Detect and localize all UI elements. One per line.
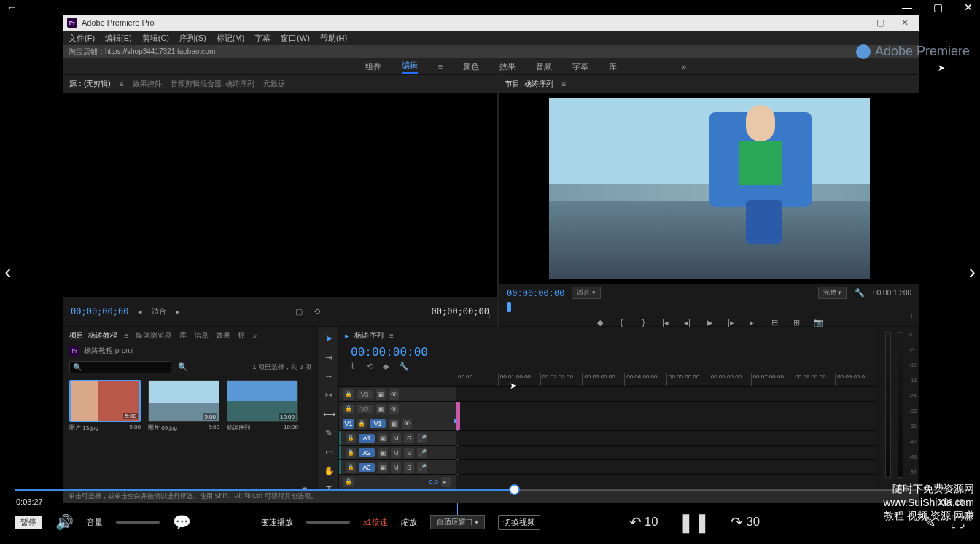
track-v2-toggle[interactable]: ▣ [376,404,386,414]
track-a3-solo[interactable]: S [404,462,414,473]
ws-more[interactable]: » [682,62,686,71]
volume-icon[interactable]: 🔊 [55,513,74,531]
track-a3-lock[interactable] [346,462,356,473]
proj-tab-library[interactable]: 库 [179,330,187,341]
src-stepfwd-icon[interactable]: ▸ [172,306,184,317]
tl-ruler[interactable]: 00:0000:01:00:0000:02:00:00 00:03:00:000… [339,373,877,386]
source-monitor[interactable] [63,93,497,297]
ws-editing[interactable]: 编辑 [402,60,418,74]
ws-audio[interactable]: 音频 [536,61,552,72]
speed-slider[interactable] [306,521,350,524]
scale-dropdown[interactable]: 自适应窗口 ▾ [430,515,486,529]
proj-tab-mediabrowser[interactable]: 媒体浏览器 [136,330,172,341]
menu-clip[interactable]: 剪辑(C) [139,33,172,44]
ripple-tool-icon[interactable]: ↔ [322,369,336,384]
track-a2-mic-icon[interactable]: 🎤 [417,448,427,458]
track-a1-solo[interactable]: S [404,433,414,443]
pause-button[interactable]: 暂停 [15,516,42,529]
menu-window[interactable]: 窗口(W) [278,33,313,44]
src-tab-source[interactable]: 源：(无剪辑) [69,79,111,89]
src-link-icon[interactable]: ⟲ [311,306,322,317]
app-minimize[interactable]: — [845,18,866,28]
track-a1-mic-icon[interactable]: 🎤 [417,433,427,443]
menu-marker[interactable]: 标记(M) [214,33,248,44]
track-a2-mute[interactable]: M [391,448,401,458]
selection-tool-icon[interactable]: ➤ [322,331,336,346]
tl-snap-icon[interactable]: ⌇ [351,362,361,372]
track-v2-lock[interactable] [343,404,354,414]
tl-sequence-tab[interactable]: 杨涛序列 [354,330,384,341]
clip-on-v2[interactable] [456,402,460,416]
menu-caption[interactable]: 字幕 [252,33,273,44]
pen-tool-icon[interactable]: ✎ [322,426,336,440]
app-maximize[interactable]: ▢ [870,18,890,28]
src-tab-metadata[interactable]: 元数据 [263,79,285,89]
program-monitor[interactable] [499,93,919,284]
track-v2-eye-icon[interactable]: 👁 [389,404,399,414]
prog-wrench-icon[interactable]: 🔧 [854,287,866,299]
proj-search-icon[interactable]: 🔍 [177,361,189,373]
clip-on-v1[interactable] [456,416,460,430]
track-v3-lock[interactable] [343,389,354,400]
proj-tab-project[interactable]: 项目: 杨涛教程 [69,330,117,341]
slip-tool-icon[interactable]: ⟷ [322,407,336,421]
menu-edit[interactable]: 编辑(E) [102,33,135,44]
tl-tracks-area[interactable]: V3▣👁 V2▣👁 V1V1▣👁 A1▣MS🎤 A2▣MS🎤 A3▣MS🎤 0.… [339,386,877,489]
tl-link-icon[interactable]: ⟲ [367,362,377,372]
comment-icon[interactable]: 💬 [173,513,191,531]
proj-clip-3[interactable]: 10:00 [227,380,298,422]
track-a1-lock[interactable] [346,433,356,443]
tl-wrench-icon[interactable]: 🔧 [399,362,409,372]
os-back[interactable]: ← [3,1,20,13]
track-v1-lock[interactable] [357,419,367,429]
os-minimize[interactable]: — [898,1,916,13]
src-tab-effectcontrols[interactable]: 效果控件 [133,79,162,89]
proj-tab-info[interactable]: 信息 [194,330,209,341]
track-v3-eye-icon[interactable]: 👁 [389,389,399,400]
ws-caption[interactable]: 字幕 [572,61,588,72]
track-v1-label[interactable]: V1 [370,419,386,428]
track-v1-src[interactable]: V1 [343,419,354,429]
program-scrubber[interactable] [507,302,911,312]
src-plus-button[interactable]: + [486,310,492,322]
src-fit[interactable]: 适合 [152,306,166,316]
track-a2-toggle[interactable]: ▣ [378,448,388,458]
proj-tab-effects[interactable]: 效果 [216,330,230,341]
src-tc-left[interactable]: 00;00;00;00 [71,306,128,316]
track-a2-solo[interactable]: S [404,448,414,458]
track-v1-eye-icon[interactable]: 👁 [402,419,412,429]
app-close[interactable]: ✕ [895,18,915,28]
player-progress[interactable] [15,489,965,491]
os-close[interactable]: ✕ [960,1,977,13]
rect-tool-icon[interactable]: ▭ [322,445,336,459]
track-v3-toggle[interactable]: ▣ [376,389,386,400]
src-settings-icon[interactable]: ▢ [293,306,305,317]
proj-clip-1[interactable]: 5:00 [69,380,141,422]
tl-timecode[interactable]: 00:00:00:00 [345,343,871,360]
ws-assembly[interactable]: 组件 [365,61,381,72]
menu-help[interactable]: 帮助(H) [317,33,350,44]
razor-tool-icon[interactable]: ✂ [322,388,336,403]
track-a1-toggle[interactable]: ▣ [378,433,388,443]
prog-fit-dropdown[interactable]: 适合 ▾ [572,287,601,299]
play-pause-button[interactable]: ❚❚ [678,511,710,534]
menu-sequence[interactable]: 序列(S) [176,33,209,44]
track-a3-toggle[interactable]: ▣ [378,462,388,473]
ws-effects[interactable]: 效果 [499,61,516,72]
proj-search-input[interactable] [69,361,171,373]
proj-clip-2[interactable]: 5:00 [148,380,219,422]
track-a1-mute[interactable]: M [391,433,401,443]
track-a2-label[interactable]: A2 [359,448,375,457]
fullscreen-icon[interactable]: ⛶ [951,514,965,531]
ws-library[interactable]: 库 [609,61,617,72]
src-stepback-icon[interactable]: ◂ [134,306,146,317]
prev-arrow[interactable]: ‹ [4,260,11,284]
src-tab-audiomixer[interactable]: 音频剪辑混合器: 杨涛序列 [171,79,255,89]
prog-tc-main[interactable]: 00:00:00:00 [507,288,564,298]
prog-plus-button[interactable]: + [909,310,914,322]
rewind-10-button[interactable]: ↶10 [629,513,658,531]
prog-full-dropdown[interactable]: 完整 ▾ [818,287,847,299]
player-progress-knob[interactable] [509,484,520,495]
prog-tab[interactable]: 节目: 杨涛序列 [505,79,553,89]
track-a2-lock[interactable] [346,448,356,458]
